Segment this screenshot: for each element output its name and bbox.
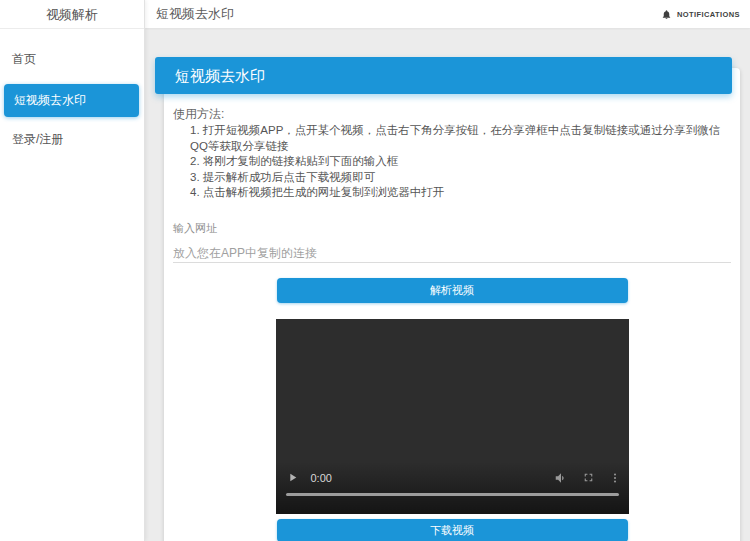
play-icon: [286, 471, 299, 484]
notifications-button[interactable]: NOTIFICATIONS: [661, 9, 740, 20]
volume-icon: [554, 471, 568, 485]
instruction-step: 3. 提示解析成功后点击下载视频即可: [190, 170, 731, 186]
watermark-removal-card: 短视频去水印 使用方法: 1. 打开短视频APP，点开某个视频，点击右下角分享按…: [164, 68, 740, 541]
overflow-menu-button[interactable]: [609, 472, 621, 484]
video-current-time: 0:00: [311, 472, 332, 484]
play-button[interactable]: [286, 471, 299, 484]
fullscreen-button[interactable]: [582, 471, 595, 484]
main-area: 短视频去水印 NOTIFICATIONS 短视频去水印 使用方法: 1. 打开短…: [145, 0, 750, 541]
instruction-step: 4. 点击解析视频把生成的网址复制到浏览器中打开: [190, 185, 731, 201]
instruction-step: 1. 打开短视频APP，点开某个视频，点击右下角分享按钮，在分享弹框中点击复制链…: [190, 123, 731, 154]
bell-icon: [661, 9, 672, 20]
topbar: 短视频去水印 NOTIFICATIONS: [145, 0, 750, 28]
app-window: 视频解析 首页 短视频去水印 登录/注册 短视频去水印 NOTIFICATION…: [0, 0, 750, 541]
instruction-steps: 1. 打开短视频APP，点开某个视频，点击右下角分享按钮，在分享弹框中点击复制链…: [190, 123, 731, 201]
sidebar-item-login-register[interactable]: 登录/注册: [0, 121, 144, 158]
sidebar-nav: 首页 短视频去水印 登录/注册: [0, 29, 144, 158]
parse-video-button[interactable]: 解析视频: [277, 278, 628, 303]
video-player[interactable]: 0:00: [276, 319, 629, 514]
usage-heading: 使用方法:: [173, 108, 731, 121]
card-header-title: 短视频去水印: [155, 57, 732, 94]
download-video-button[interactable]: 下载视频: [277, 519, 628, 541]
url-input-label: 输入网址: [173, 221, 731, 236]
sidebar: 视频解析 首页 短视频去水印 登录/注册: [0, 0, 145, 541]
notifications-label: NOTIFICATIONS: [677, 10, 740, 19]
sidebar-item-home[interactable]: 首页: [0, 41, 144, 78]
fullscreen-icon: [582, 471, 595, 484]
app-title: 视频解析: [0, 0, 144, 29]
sidebar-item-watermark-removal[interactable]: 短视频去水印: [4, 84, 139, 117]
instruction-step: 2. 将刚才复制的链接粘贴到下面的输入框: [190, 154, 731, 170]
card-body: 使用方法: 1. 打开短视频APP，点开某个视频，点击右下角分享按钮，在分享弹框…: [164, 68, 740, 541]
overflow-menu-icon: [609, 472, 621, 484]
content-area: 短视频去水印 使用方法: 1. 打开短视频APP，点开某个视频，点击右下角分享按…: [145, 28, 750, 541]
video-progress-bar[interactable]: [286, 493, 619, 496]
video-controls-bar: 0:00: [276, 462, 629, 514]
url-input[interactable]: [173, 246, 731, 263]
page-title: 短视频去水印: [156, 5, 234, 23]
volume-button[interactable]: [554, 471, 568, 485]
